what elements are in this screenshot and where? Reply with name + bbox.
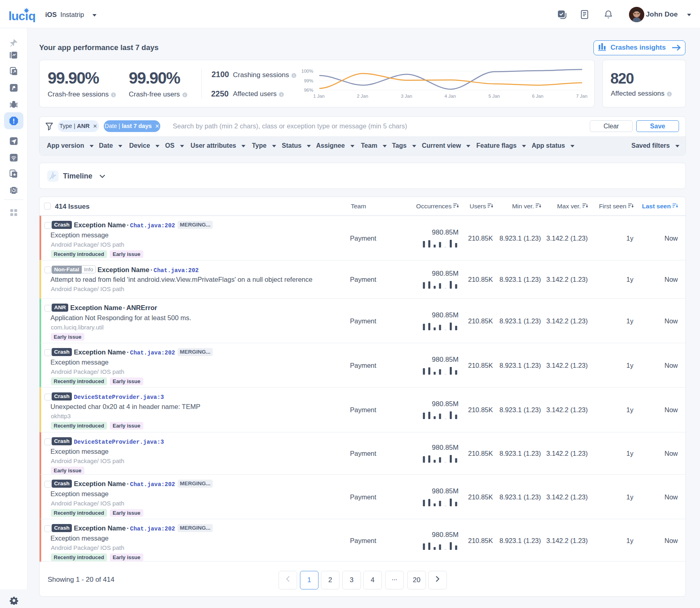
svg-text:luc: luc: [8, 9, 25, 22]
